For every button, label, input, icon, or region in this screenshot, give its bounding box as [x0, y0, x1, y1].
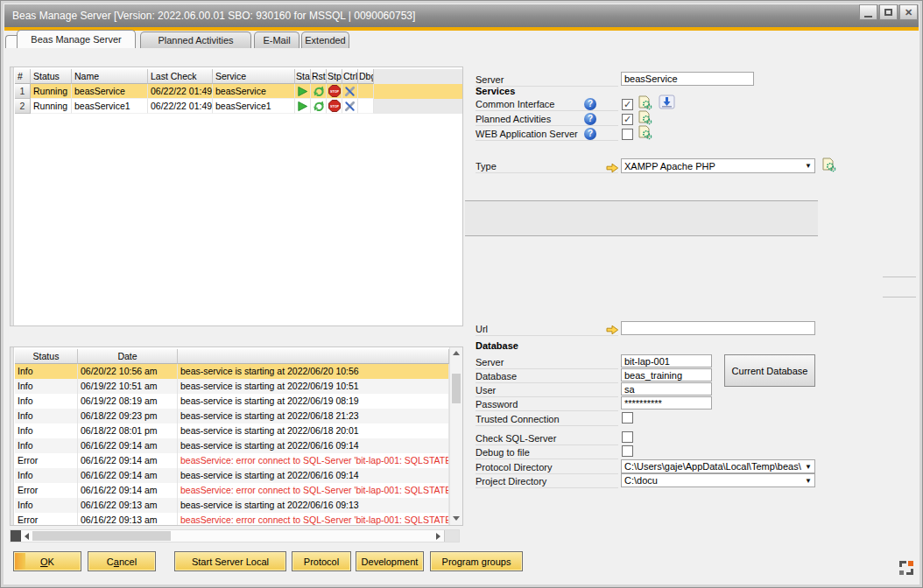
log-row[interactable]: Info 06/20/22 10:56 am beas-service is s…	[15, 364, 449, 379]
scroll-up-button[interactable]	[450, 347, 462, 360]
start-service-button[interactable]	[295, 99, 311, 114]
col-header-last-check[interactable]: Last Check	[148, 69, 213, 84]
url-input[interactable]	[621, 321, 815, 335]
tab-extended[interactable]: Extended	[301, 32, 349, 48]
dropdown-arrow-icon[interactable]: ▼	[802, 463, 812, 471]
trusted-connection-checkbox[interactable]	[622, 412, 633, 424]
log-row[interactable]: Error 06/16/22 09:14 am beasService: err…	[15, 483, 449, 498]
log-row[interactable]: Info 06/16/22 09:13 am beas-service is s…	[15, 498, 449, 513]
restart-service-button[interactable]	[311, 99, 327, 114]
col-header-sta[interactable]: Sta	[295, 69, 311, 84]
scrollbar-origin-block[interactable]	[11, 530, 21, 542]
check-sql-server-label: Check SQL-Server	[476, 431, 618, 445]
current-database-button[interactable]: Current Database	[724, 354, 815, 387]
link-arrow-icon	[606, 163, 619, 173]
scroll-left-button[interactable]	[21, 530, 32, 542]
log-grid-gutter	[11, 347, 14, 525]
type-select[interactable]: XAMPP Apache PHP ▼	[621, 158, 815, 173]
planned-activities-checkbox[interactable]	[622, 114, 633, 125]
log-horizontal-scrollbar[interactable]	[10, 529, 460, 542]
help-icon[interactable]	[584, 128, 596, 140]
tab-planned-activities[interactable]: Planned Activities	[140, 32, 251, 48]
col-header-ctrl[interactable]: Ctrl	[342, 69, 358, 84]
protocol-directory-select[interactable]: C:\Users\gaje\AppData\Local\Temp\beas\ ▼	[621, 459, 815, 473]
col-header-status[interactable]: Status	[31, 69, 72, 84]
log-row[interactable]: Info 06/19/22 10:51 am beas-service is s…	[15, 379, 449, 394]
tab-e-mail[interactable]: E-Mail	[254, 32, 299, 48]
tab-beas-manage-server[interactable]: Beas Manage Server	[17, 30, 136, 48]
service-last-check-cell: 06/22/22 01:49	[148, 84, 213, 99]
log-row[interactable]: Error 06/16/22 09:13 am beasService: err…	[15, 513, 449, 526]
separator-line	[883, 297, 916, 298]
log-status-cell: Info	[15, 379, 78, 394]
web-application-server-checkbox[interactable]	[622, 129, 633, 140]
db-password-label: Password	[476, 397, 618, 411]
stop-service-button[interactable]: STOP	[327, 99, 342, 114]
type-link-arrow[interactable]	[606, 161, 619, 177]
log-vertical-scrollbar[interactable]	[449, 347, 462, 525]
help-icon[interactable]	[584, 98, 596, 110]
log-row[interactable]: Info 06/19/22 08:19 am beas-service is s…	[15, 394, 449, 409]
db-user-input[interactable]: sa	[621, 382, 712, 396]
development-button[interactable]: Development	[356, 551, 424, 571]
dropdown-arrow-icon[interactable]: ▼	[802, 477, 812, 485]
db-name-input[interactable]: beas_training	[621, 368, 712, 382]
check-sql-server-checkbox[interactable]	[622, 431, 633, 443]
maximize-button[interactable]	[879, 4, 898, 20]
ok-button[interactable]: OK	[13, 551, 81, 571]
row-selector[interactable]: 2	[15, 99, 31, 114]
program-groups-button[interactable]: Program groups	[430, 551, 523, 571]
start-service-button[interactable]	[295, 84, 311, 99]
start-server-local-button[interactable]: Start Server Local	[174, 551, 286, 571]
dropdown-arrow-icon[interactable]: ▼	[802, 162, 812, 170]
log-row[interactable]: Info 06/16/22 09:14 am beas-service is s…	[15, 468, 449, 483]
col-header-num[interactable]: #	[15, 69, 31, 84]
services-grid-header: # Status Name Last Check Service Sta Rst…	[15, 69, 462, 84]
restart-icon	[313, 85, 325, 97]
service-row[interactable]: 1 Running beasService 06/22/22 01:49 bea…	[15, 84, 462, 99]
control-service-button[interactable]	[342, 84, 358, 99]
scroll-right-button[interactable]	[433, 530, 444, 542]
col-header-log-message[interactable]	[178, 349, 449, 364]
log-date-cell: 06/20/22 10:56 am	[78, 364, 178, 379]
link-arrow-icon	[606, 325, 619, 335]
col-header-dbg[interactable]: Dbg	[358, 69, 374, 84]
common-interface-checkbox[interactable]	[622, 99, 633, 110]
resize-grip[interactable]	[899, 561, 913, 578]
service-row[interactable]: 2 Running beasService1 06/22/22 01:49 be…	[15, 99, 462, 114]
stop-service-button[interactable]: STOP	[327, 84, 342, 99]
log-row[interactable]: Info 06/16/22 09:14 am beas-service is s…	[15, 438, 449, 453]
db-server-input[interactable]: bit-lap-001	[621, 354, 712, 368]
restart-service-button[interactable]	[311, 84, 327, 99]
scroll-down-button[interactable]	[450, 513, 462, 525]
control-service-button[interactable]	[342, 99, 358, 114]
db-password-input[interactable]: **********	[621, 396, 712, 410]
server-input[interactable]: beasService	[621, 72, 754, 86]
scrollbar-thumb[interactable]	[32, 531, 171, 541]
url-link-arrow[interactable]	[606, 323, 619, 339]
protocol-button[interactable]: Protocol	[292, 551, 351, 571]
configure-web-server-button[interactable]	[638, 125, 652, 144]
row-selector[interactable]: 1	[15, 84, 31, 99]
chevron-right-icon	[436, 533, 440, 540]
cancel-button[interactable]: Cancel	[88, 551, 156, 571]
debug-to-file-checkbox[interactable]	[622, 445, 633, 457]
service-name-cell: beasService	[72, 84, 148, 99]
col-header-log-status[interactable]: Status	[15, 349, 78, 364]
close-button[interactable]: ✕	[899, 4, 918, 20]
install-service-button[interactable]	[659, 94, 675, 113]
log-row[interactable]: Info 06/18/22 08:01 pm beas-service is s…	[15, 424, 449, 438]
minimize-button[interactable]	[859, 4, 877, 20]
col-header-name[interactable]: Name	[72, 69, 148, 84]
col-header-stp[interactable]: Stp	[327, 69, 342, 84]
log-date-cell: 06/18/22 08:01 pm	[78, 424, 178, 438]
project-directory-select[interactable]: C:\docu ▼	[621, 473, 815, 487]
scrollbar-thumb[interactable]	[452, 374, 461, 403]
log-row[interactable]: Info 06/18/22 09:23 pm beas-service is s…	[15, 409, 449, 424]
help-icon[interactable]	[584, 113, 596, 125]
configure-type-button[interactable]	[821, 158, 836, 176]
col-header-log-date[interactable]: Date	[78, 349, 178, 364]
log-row[interactable]: Error 06/16/22 09:14 am beasService: err…	[15, 453, 449, 468]
col-header-service[interactable]: Service	[213, 69, 295, 84]
col-header-rst[interactable]: Rst	[311, 69, 327, 84]
